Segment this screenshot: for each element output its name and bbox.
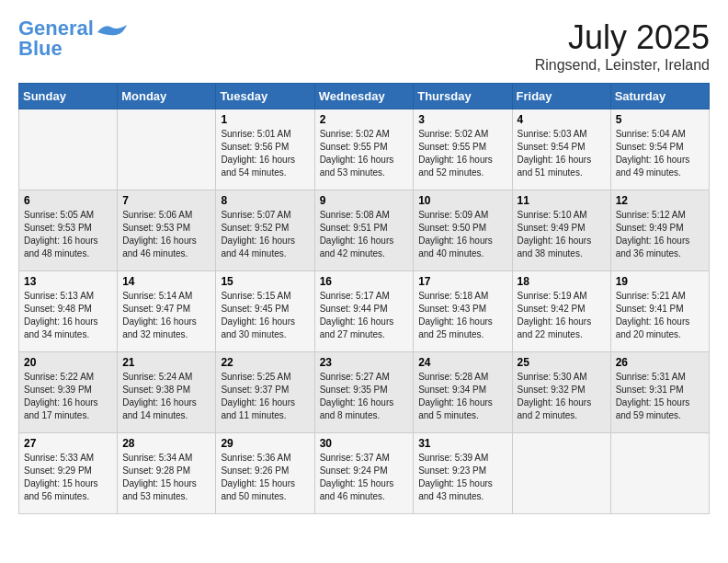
calendar-cell [118, 109, 216, 190]
calendar-cell: 31Sunrise: 5:39 AM Sunset: 9:23 PM Dayli… [414, 433, 512, 514]
day-number: 14 [122, 275, 210, 288]
calendar-cell: 20Sunrise: 5:22 AM Sunset: 9:39 PM Dayli… [19, 352, 118, 433]
day-info: Sunrise: 5:10 AM Sunset: 9:49 PM Dayligh… [518, 209, 606, 260]
day-number: 8 [221, 194, 309, 207]
header-monday: Monday [118, 84, 216, 109]
day-number: 13 [24, 275, 112, 288]
day-info: Sunrise: 5:34 AM Sunset: 9:28 PM Dayligh… [122, 452, 210, 503]
day-number: 9 [320, 194, 409, 207]
calendar-week-row: 13Sunrise: 5:13 AM Sunset: 9:48 PM Dayli… [19, 271, 710, 352]
day-info: Sunrise: 5:15 AM Sunset: 9:45 PM Dayligh… [221, 290, 309, 341]
day-number: 29 [221, 437, 309, 450]
calendar-week-row: 6Sunrise: 5:05 AM Sunset: 9:53 PM Daylig… [19, 190, 710, 271]
calendar-cell: 4Sunrise: 5:03 AM Sunset: 9:54 PM Daylig… [512, 109, 610, 190]
logo-bird-icon [97, 23, 127, 45]
day-number: 10 [418, 194, 506, 207]
calendar-cell: 15Sunrise: 5:15 AM Sunset: 9:45 PM Dayli… [216, 271, 314, 352]
day-info: Sunrise: 5:04 AM Sunset: 9:54 PM Dayligh… [616, 128, 704, 179]
day-info: Sunrise: 5:14 AM Sunset: 9:47 PM Dayligh… [122, 290, 210, 341]
month-title: July 2025 [535, 18, 710, 57]
calendar-cell: 5Sunrise: 5:04 AM Sunset: 9:54 PM Daylig… [610, 109, 709, 190]
day-info: Sunrise: 5:27 AM Sunset: 9:35 PM Dayligh… [320, 371, 409, 422]
calendar-cell: 25Sunrise: 5:30 AM Sunset: 9:32 PM Dayli… [512, 352, 610, 433]
calendar-cell: 24Sunrise: 5:28 AM Sunset: 9:34 PM Dayli… [414, 352, 512, 433]
day-number: 17 [418, 275, 506, 288]
day-info: Sunrise: 5:39 AM Sunset: 9:23 PM Dayligh… [418, 452, 506, 503]
day-number: 15 [221, 275, 309, 288]
day-number: 31 [418, 437, 506, 450]
day-info: Sunrise: 5:01 AM Sunset: 9:56 PM Dayligh… [221, 128, 309, 179]
day-info: Sunrise: 5:24 AM Sunset: 9:38 PM Dayligh… [122, 371, 210, 422]
calendar-cell [19, 109, 118, 190]
calendar-cell: 27Sunrise: 5:33 AM Sunset: 9:29 PM Dayli… [19, 433, 118, 514]
calendar-cell: 8Sunrise: 5:07 AM Sunset: 9:52 PM Daylig… [216, 190, 314, 271]
header-saturday: Saturday [610, 84, 709, 109]
calendar-cell: 26Sunrise: 5:31 AM Sunset: 9:31 PM Dayli… [610, 352, 709, 433]
day-number: 24 [418, 356, 506, 369]
calendar-week-row: 27Sunrise: 5:33 AM Sunset: 9:29 PM Dayli… [19, 433, 710, 514]
logo-text: General Blue [18, 18, 94, 59]
day-number: 6 [24, 194, 112, 207]
day-info: Sunrise: 5:05 AM Sunset: 9:53 PM Dayligh… [24, 209, 112, 260]
header-thursday: Thursday [414, 84, 512, 109]
calendar-cell: 28Sunrise: 5:34 AM Sunset: 9:28 PM Dayli… [118, 433, 216, 514]
day-number: 19 [616, 275, 704, 288]
calendar-cell: 18Sunrise: 5:19 AM Sunset: 9:42 PM Dayli… [512, 271, 610, 352]
day-number: 12 [616, 194, 704, 207]
day-number: 25 [518, 356, 606, 369]
calendar-cell: 17Sunrise: 5:18 AM Sunset: 9:43 PM Dayli… [414, 271, 512, 352]
calendar-cell: 30Sunrise: 5:37 AM Sunset: 9:24 PM Dayli… [314, 433, 414, 514]
calendar-cell: 19Sunrise: 5:21 AM Sunset: 9:41 PM Dayli… [610, 271, 709, 352]
day-info: Sunrise: 5:25 AM Sunset: 9:37 PM Dayligh… [221, 371, 309, 422]
day-info: Sunrise: 5:37 AM Sunset: 9:24 PM Dayligh… [320, 452, 409, 503]
day-info: Sunrise: 5:12 AM Sunset: 9:49 PM Dayligh… [616, 209, 704, 260]
day-number: 27 [24, 437, 112, 450]
header-tuesday: Tuesday [216, 84, 314, 109]
calendar-cell: 2Sunrise: 5:02 AM Sunset: 9:55 PM Daylig… [314, 109, 414, 190]
logo: General Blue [18, 18, 127, 59]
page-header: General Blue July 2025 Ringsend, Leinste… [18, 18, 710, 74]
day-number: 22 [221, 356, 309, 369]
calendar-cell: 13Sunrise: 5:13 AM Sunset: 9:48 PM Dayli… [19, 271, 118, 352]
header-sunday: Sunday [19, 84, 118, 109]
calendar-cell: 11Sunrise: 5:10 AM Sunset: 9:49 PM Dayli… [512, 190, 610, 271]
calendar-cell: 12Sunrise: 5:12 AM Sunset: 9:49 PM Dayli… [610, 190, 709, 271]
day-info: Sunrise: 5:33 AM Sunset: 9:29 PM Dayligh… [24, 452, 112, 503]
day-number: 4 [518, 113, 606, 126]
day-info: Sunrise: 5:03 AM Sunset: 9:54 PM Dayligh… [518, 128, 606, 179]
day-info: Sunrise: 5:17 AM Sunset: 9:44 PM Dayligh… [320, 290, 409, 341]
calendar-cell: 14Sunrise: 5:14 AM Sunset: 9:47 PM Dayli… [118, 271, 216, 352]
day-info: Sunrise: 5:02 AM Sunset: 9:55 PM Dayligh… [418, 128, 506, 179]
calendar-header-row: SundayMondayTuesdayWednesdayThursdayFrid… [19, 84, 710, 109]
day-number: 3 [418, 113, 506, 126]
day-info: Sunrise: 5:06 AM Sunset: 9:53 PM Dayligh… [122, 209, 210, 260]
calendar-cell: 22Sunrise: 5:25 AM Sunset: 9:37 PM Dayli… [216, 352, 314, 433]
day-info: Sunrise: 5:28 AM Sunset: 9:34 PM Dayligh… [418, 371, 506, 422]
day-info: Sunrise: 5:18 AM Sunset: 9:43 PM Dayligh… [418, 290, 506, 341]
day-number: 16 [320, 275, 409, 288]
title-block: July 2025 Ringsend, Leinster, Ireland [535, 18, 710, 74]
calendar-cell [512, 433, 610, 514]
header-wednesday: Wednesday [314, 84, 414, 109]
day-info: Sunrise: 5:09 AM Sunset: 9:50 PM Dayligh… [418, 209, 506, 260]
day-number: 1 [221, 113, 309, 126]
day-info: Sunrise: 5:36 AM Sunset: 9:26 PM Dayligh… [221, 452, 309, 503]
calendar-week-row: 1Sunrise: 5:01 AM Sunset: 9:56 PM Daylig… [19, 109, 710, 190]
day-info: Sunrise: 5:19 AM Sunset: 9:42 PM Dayligh… [518, 290, 606, 341]
day-info: Sunrise: 5:21 AM Sunset: 9:41 PM Dayligh… [616, 290, 704, 341]
day-info: Sunrise: 5:31 AM Sunset: 9:31 PM Dayligh… [616, 371, 704, 422]
calendar-cell: 16Sunrise: 5:17 AM Sunset: 9:44 PM Dayli… [314, 271, 414, 352]
calendar-cell: 3Sunrise: 5:02 AM Sunset: 9:55 PM Daylig… [414, 109, 512, 190]
header-friday: Friday [512, 84, 610, 109]
day-info: Sunrise: 5:22 AM Sunset: 9:39 PM Dayligh… [24, 371, 112, 422]
calendar-table: SundayMondayTuesdayWednesdayThursdayFrid… [18, 83, 710, 514]
location-title: Ringsend, Leinster, Ireland [535, 57, 710, 74]
day-number: 21 [122, 356, 210, 369]
day-number: 2 [320, 113, 409, 126]
day-number: 26 [616, 356, 704, 369]
calendar-cell: 29Sunrise: 5:36 AM Sunset: 9:26 PM Dayli… [216, 433, 314, 514]
calendar-cell: 1Sunrise: 5:01 AM Sunset: 9:56 PM Daylig… [216, 109, 314, 190]
day-number: 30 [320, 437, 409, 450]
day-number: 23 [320, 356, 409, 369]
calendar-cell: 7Sunrise: 5:06 AM Sunset: 9:53 PM Daylig… [118, 190, 216, 271]
